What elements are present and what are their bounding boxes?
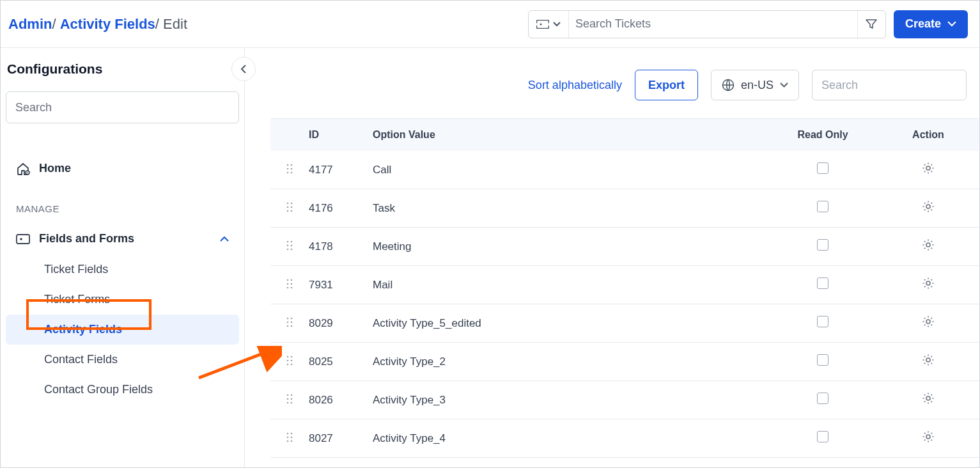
sidebar-item-ticket-forms[interactable]: Ticket Forms <box>6 285 239 315</box>
svg-point-53 <box>291 402 293 403</box>
svg-point-41 <box>287 355 289 357</box>
drag-handle-icon[interactable] <box>270 279 309 292</box>
sidebar-search-input[interactable] <box>6 91 239 123</box>
read-only-checkbox[interactable] <box>817 316 828 327</box>
row-settings-button[interactable] <box>922 162 935 175</box>
svg-point-20 <box>287 240 289 242</box>
svg-point-52 <box>287 402 289 403</box>
row-settings-button[interactable] <box>922 430 935 443</box>
chevron-down-icon <box>553 22 561 27</box>
row-settings-button[interactable] <box>922 392 935 405</box>
options-table: ID Option Value Read Only Action 4177Cal… <box>270 118 979 458</box>
cell-id: 8025 <box>309 355 373 368</box>
breadcrumb-sep: / <box>52 16 59 32</box>
svg-point-19 <box>926 205 930 208</box>
sidebar-item-fields-forms[interactable]: Fields and Forms <box>6 223 239 254</box>
create-button[interactable]: Create <box>894 10 968 38</box>
cell-action <box>877 354 979 370</box>
drag-handle-icon[interactable] <box>270 355 309 368</box>
drag-handle-icon[interactable] <box>270 432 309 445</box>
drag-handle-icon[interactable] <box>270 240 309 253</box>
svg-point-11 <box>291 171 293 173</box>
sidebar: Configurations Home MANAGE Fields and Fo… <box>1 48 245 467</box>
svg-point-1 <box>540 23 541 25</box>
svg-point-39 <box>291 325 293 327</box>
row-settings-button[interactable] <box>922 200 935 213</box>
cell-action <box>877 200 979 216</box>
table-row: 4177Call <box>270 151 979 189</box>
svg-point-21 <box>291 240 293 242</box>
row-settings-button[interactable] <box>922 277 935 290</box>
search-tickets-input[interactable] <box>569 11 857 38</box>
svg-point-25 <box>291 248 293 250</box>
col-read-only: Read Only <box>768 129 877 141</box>
sidebar-item-activity-fields[interactable]: Activity Fields <box>6 315 239 345</box>
svg-point-17 <box>287 210 289 212</box>
chevron-up-icon <box>220 236 229 242</box>
chevron-down-icon <box>947 21 956 27</box>
svg-point-61 <box>926 435 930 439</box>
row-settings-button[interactable] <box>922 354 935 366</box>
cell-id: 8026 <box>309 394 373 407</box>
sidebar-item-home[interactable]: Home <box>6 153 239 184</box>
drag-handle-icon[interactable] <box>270 317 309 330</box>
sidebar-item-contact-group-fields[interactable]: Contact Group Fields <box>6 375 239 405</box>
svg-point-38 <box>287 325 289 327</box>
sort-alphabetically-link[interactable]: Sort alphabetically <box>528 79 622 92</box>
read-only-checkbox[interactable] <box>817 354 828 366</box>
svg-rect-3 <box>17 235 29 244</box>
fields-forms-label: Fields and Forms <box>39 232 134 246</box>
sidebar-collapse-button[interactable] <box>231 57 256 81</box>
svg-point-50 <box>287 398 289 400</box>
read-only-checkbox[interactable] <box>817 239 828 251</box>
cell-id: 4176 <box>309 202 373 215</box>
svg-point-58 <box>291 436 293 438</box>
chevron-down-icon <box>780 82 788 88</box>
cell-option-value: Meeting <box>373 240 768 253</box>
svg-point-59 <box>287 440 289 442</box>
options-search-input[interactable] <box>812 70 967 100</box>
cell-option-value: Activity Type_3 <box>373 394 768 407</box>
cell-option-value: Activity Type_2 <box>373 355 768 368</box>
search-scope-select[interactable] <box>529 11 569 38</box>
svg-point-33 <box>926 281 930 285</box>
svg-point-44 <box>291 359 293 361</box>
row-settings-button[interactable] <box>922 315 935 328</box>
svg-point-51 <box>291 398 293 400</box>
table-row: 4176Task <box>270 189 979 228</box>
svg-point-4 <box>20 238 22 240</box>
read-only-checkbox[interactable] <box>817 201 828 212</box>
table-row: 8025Activity Type_2 <box>270 343 979 381</box>
svg-point-57 <box>287 436 289 438</box>
sidebar-item-ticket-fields[interactable]: Ticket Fields <box>6 254 239 285</box>
drag-handle-icon[interactable] <box>270 164 309 176</box>
read-only-checkbox[interactable] <box>817 162 828 174</box>
col-id: ID <box>309 129 373 141</box>
read-only-checkbox[interactable] <box>817 393 828 404</box>
language-select[interactable]: en-US <box>711 70 799 100</box>
sidebar-item-contact-fields[interactable]: Contact Fields <box>6 345 239 375</box>
globe-icon <box>722 79 735 91</box>
drag-handle-icon[interactable] <box>270 202 309 215</box>
filter-button[interactable] <box>857 11 885 38</box>
read-only-checkbox[interactable] <box>817 277 828 289</box>
sidebar-section-manage: MANAGE <box>6 184 239 223</box>
cell-read-only <box>768 393 877 407</box>
read-only-checkbox[interactable] <box>817 431 828 442</box>
svg-point-49 <box>291 394 293 396</box>
drag-handle-icon[interactable] <box>270 394 309 407</box>
svg-point-40 <box>926 320 930 324</box>
cell-id: 8029 <box>309 317 373 330</box>
cell-read-only <box>768 162 877 177</box>
cell-action <box>877 430 979 446</box>
svg-point-31 <box>287 286 289 288</box>
breadcrumb-edit: Edit <box>163 16 187 32</box>
svg-point-14 <box>291 202 293 204</box>
cell-option-value: Task <box>373 202 768 215</box>
svg-point-36 <box>287 321 289 323</box>
export-button[interactable]: Export <box>635 70 698 100</box>
row-settings-button[interactable] <box>922 238 935 251</box>
svg-point-7 <box>291 164 293 166</box>
breadcrumb-admin[interactable]: Admin <box>8 16 52 32</box>
breadcrumb-activity-fields[interactable]: Activity Fields <box>60 16 155 32</box>
